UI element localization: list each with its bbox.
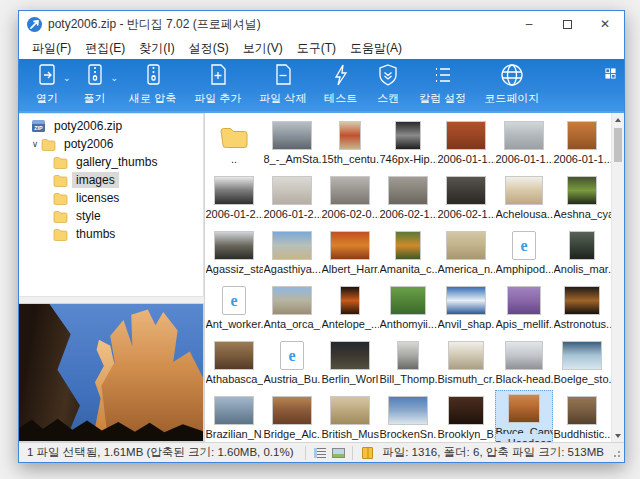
file-item[interactable]: Agasthiya... [263,225,321,280]
codepage-button[interactable]: 코드페이지 [475,59,548,111]
file-item[interactable]: 8_-_AmSta... [263,115,321,170]
menu-view[interactable]: 보기(V) [236,38,290,59]
column-settings-button[interactable]: 칼럼 설정 [410,59,475,111]
file-item[interactable]: Agassiz_sta... [205,225,263,280]
html-file-icon: e [512,231,536,260]
tree-item-poty2006[interactable]: ∨ poty2006 [19,135,203,153]
file-item[interactable]: 2006-01-1... [495,115,553,170]
file-item[interactable]: Bill_Thomp... [379,335,437,390]
layout-grid-icon[interactable] [605,65,616,83]
scan-button[interactable]: 스캔 [366,59,410,111]
file-item[interactable]: 2006-01-1... [437,115,495,170]
tree-item-thumbs[interactable]: thumbs [19,225,203,243]
tree-item-style[interactable]: style [19,207,203,225]
tree-item-licenses[interactable]: licenses [19,189,203,207]
file-item[interactable]: 746px-Hip... [379,115,437,170]
file-item[interactable]: Astronotus... [553,280,611,335]
file-item[interactable]: 2006-02-1... [437,170,495,225]
menu-edit[interactable]: 편집(E) [78,38,132,59]
image-thumbnail [567,176,597,205]
minimize-button[interactable]: – [510,11,548,37]
file-item[interactable]: Brooklyn_B... [437,390,495,442]
scrollbar-track[interactable] [612,126,624,429]
file-item[interactable]: Bridge_Alc... [263,390,321,442]
file-item-label: 2006-01-1... [438,153,495,165]
file-item-label: Achelousa... [496,208,553,220]
folder-icon [53,174,68,187]
file-item[interactable]: BrockenSn... [379,390,437,442]
menu-tools[interactable]: 도구(T) [290,38,343,59]
delete-file-button[interactable]: 파일 삭제 [250,59,315,111]
tree-item-gallery-thumbs[interactable]: gallery_thumbs [19,153,203,171]
file-item[interactable]: 2006-02-1... [379,170,437,225]
image-thumbnail [564,286,600,315]
file-item[interactable]: Athabasca_... [205,335,263,390]
extract-button[interactable]: 풀기 [73,59,117,111]
scroll-down-arrow[interactable] [612,429,624,442]
delete-file-icon [270,62,296,91]
extract-dropdown-chevron-icon[interactable]: ⌄ [111,73,119,83]
file-item[interactable]: Anthomyii... [379,280,437,335]
extract-archive-icon [82,62,108,91]
file-item-label: Anta_orca_... [264,318,321,330]
image-thumbnail [214,396,254,425]
file-item[interactable]: Apis_mellif... [495,280,553,335]
menu-settings[interactable]: 설정(S) [182,38,236,59]
toolbar-button-label: 테스트 [324,91,357,106]
file-item[interactable]: eAmphipod... [495,225,553,280]
file-item[interactable]: eAnt_worker... [205,280,263,335]
file-item[interactable]: Anolis_mar... [553,225,611,280]
tree-item-archive-root[interactable]: ZIP poty2006.zip [19,117,203,135]
new-archive-button[interactable]: 새로 압축 [120,59,185,111]
file-item[interactable]: 2006-01-2... [205,170,263,225]
image-thumbnail [562,341,602,370]
maximize-button[interactable] [548,11,586,37]
image-thumbnail [567,121,597,150]
file-item-up-folder[interactable]: .. [205,115,263,170]
file-item[interactable]: Boelge_sto... [553,335,611,390]
vertical-scrollbar[interactable] [611,113,624,442]
file-item[interactable]: Amanita_c... [379,225,437,280]
file-item[interactable]: Aeshna_cya... [553,170,611,225]
file-item[interactable]: Buddhistic... [553,390,611,442]
file-item[interactable]: Albert_Harr... [321,225,379,280]
title-bar[interactable]: poty2006.zip - 반디집 7.02 (프로페셔널) – ✕ [19,11,624,37]
image-thumbnail [505,176,543,205]
menu-file[interactable]: 파일(F) [25,38,78,59]
thumbnail-view-icon[interactable] [329,445,347,460]
image-thumbnail [504,121,544,150]
file-item[interactable]: Bryce_Canyon_Hoodoos.j [495,390,553,442]
file-item-label: British_Mus... [322,428,379,440]
file-item[interactable]: 2006-01-1... [553,115,611,170]
file-item[interactable]: British_Mus... [321,390,379,442]
details-view-icon[interactable] [311,445,329,460]
menu-help[interactable]: 도움말(A) [343,38,409,59]
resize-grip[interactable] [610,447,622,459]
file-item[interactable]: 15th_centu... [321,115,379,170]
test-button[interactable]: 테스트 [315,59,366,111]
file-item-label: 2006-02-1... [438,208,495,220]
file-item[interactable]: America_n... [437,225,495,280]
file-item[interactable]: Black-head... [495,335,553,390]
toolbar-button-label: 파일 삭제 [259,91,306,106]
tree-item-images[interactable]: images [19,171,203,189]
file-item[interactable]: Anvil_shap... [437,280,495,335]
file-item[interactable]: Berlin_Worl... [321,335,379,390]
add-file-button[interactable]: 파일 추가 [185,59,250,111]
chevron-down-icon[interactable]: ∨ [29,139,41,149]
close-button[interactable]: ✕ [586,11,624,37]
file-item[interactable]: 2006-01-2... [263,170,321,225]
scrollbar-thumb[interactable] [614,128,622,162]
open-button[interactable]: 열기 [25,59,69,111]
file-item[interactable]: 2006-02-0... [321,170,379,225]
file-item[interactable]: eAustria_Bu... [263,335,321,390]
file-item[interactable]: Bismuth_cr... [437,335,495,390]
scroll-up-arrow[interactable] [612,113,624,126]
file-item[interactable]: Achelousa... [495,170,553,225]
file-item[interactable]: Anta_orca_... [263,280,321,335]
menu-find[interactable]: 찾기(I) [132,38,181,59]
file-item[interactable]: Brazilian_N... [205,390,263,442]
image-thumbnail [507,286,541,315]
file-item[interactable]: Antelope_... [321,280,379,335]
open-dropdown-chevron-icon[interactable]: ⌄ [63,73,71,83]
